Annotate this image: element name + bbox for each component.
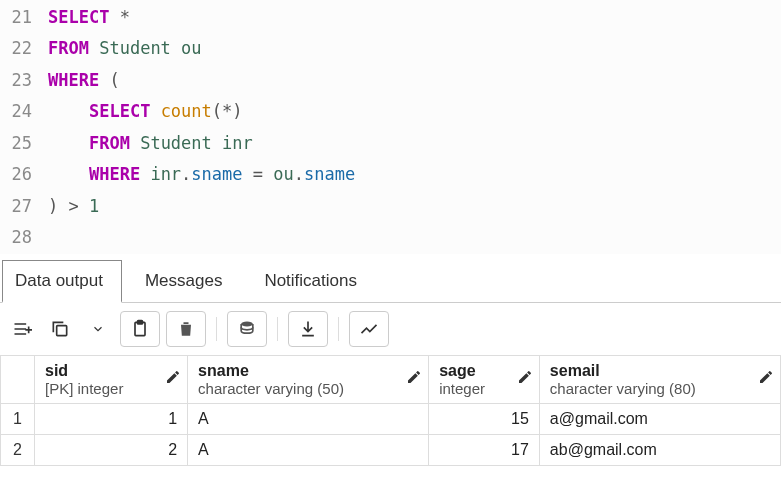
cell-sage[interactable]: 17 [429,434,540,465]
result-tabs: Data outputMessagesNotifications [0,260,781,303]
code-line[interactable] [48,222,781,253]
column-type: [PK] integer [45,380,159,397]
edit-column-icon[interactable] [165,369,181,389]
code-line[interactable]: WHERE ( [48,65,781,96]
column-header-semail[interactable]: semailcharacter varying (80) [539,355,780,403]
tab-data-output[interactable]: Data output [2,260,122,303]
code-line[interactable]: SELECT * [48,2,781,33]
cell-semail[interactable]: a@gmail.com [539,403,780,434]
cell-sname[interactable]: A [188,403,429,434]
line-number: 25 [0,128,32,159]
result-toolbar [0,303,781,355]
line-number-gutter: 2122232425262728 [0,2,44,254]
edit-column-icon[interactable] [758,369,774,389]
cell-sage[interactable]: 15 [429,403,540,434]
cell-semail[interactable]: ab@gmail.com [539,434,780,465]
line-number: 22 [0,33,32,64]
column-type: integer [439,380,511,397]
line-number: 26 [0,159,32,190]
column-name: sage [439,362,475,379]
cell-sid[interactable]: 2 [35,434,188,465]
column-type: character varying (50) [198,380,400,397]
toolbar-divider [216,317,217,341]
code-line[interactable]: ) > 1 [48,191,781,222]
edit-column-icon[interactable] [517,369,533,389]
table-row[interactable]: 22A17ab@gmail.com [1,434,781,465]
column-header-sage[interactable]: sageinteger [429,355,540,403]
column-name: semail [550,362,600,379]
code-line[interactable]: SELECT count(*) [48,96,781,127]
code-line[interactable]: FROM Student inr [48,128,781,159]
line-number: 23 [0,65,32,96]
table-body: 11A15a@gmail.com22A17ab@gmail.com [1,403,781,465]
add-row-button[interactable] [6,311,38,347]
edit-column-icon[interactable] [406,369,422,389]
code-area[interactable]: SELECT *FROM Student ouWHERE ( SELECT co… [44,2,781,254]
cell-sname[interactable]: A [188,434,429,465]
svg-rect-2 [138,320,143,323]
download-button[interactable] [288,311,328,347]
toolbar-divider [338,317,339,341]
column-name: sid [45,362,68,379]
toolbar-divider [277,317,278,341]
paste-button[interactable] [120,311,160,347]
tab-notifications[interactable]: Notifications [251,260,376,302]
sql-editor[interactable]: 2122232425262728 SELECT *FROM Student ou… [0,0,781,254]
results-table[interactable]: sid[PK] integersnamecharacter varying (5… [0,355,781,466]
column-type: character varying (80) [550,380,752,397]
code-line[interactable]: FROM Student ou [48,33,781,64]
tab-messages[interactable]: Messages [132,260,241,302]
table-row[interactable]: 11A15a@gmail.com [1,403,781,434]
save-data-button[interactable] [227,311,267,347]
line-number: 24 [0,96,32,127]
svg-point-3 [241,321,253,326]
row-number: 1 [1,403,35,434]
row-number-header [1,355,35,403]
column-header-sid[interactable]: sid[PK] integer [35,355,188,403]
line-number: 27 [0,191,32,222]
chart-button[interactable] [349,311,389,347]
delete-button[interactable] [166,311,206,347]
table-header-row: sid[PK] integersnamecharacter varying (5… [1,355,781,403]
copy-dropdown[interactable] [82,311,114,347]
cell-sid[interactable]: 1 [35,403,188,434]
row-number: 2 [1,434,35,465]
line-number: 28 [0,222,32,253]
column-name: sname [198,362,249,379]
copy-button[interactable] [44,311,76,347]
line-number: 21 [0,2,32,33]
column-header-sname[interactable]: snamecharacter varying (50) [188,355,429,403]
svg-rect-0 [57,325,67,335]
code-line[interactable]: WHERE inr.sname = ou.sname [48,159,781,190]
